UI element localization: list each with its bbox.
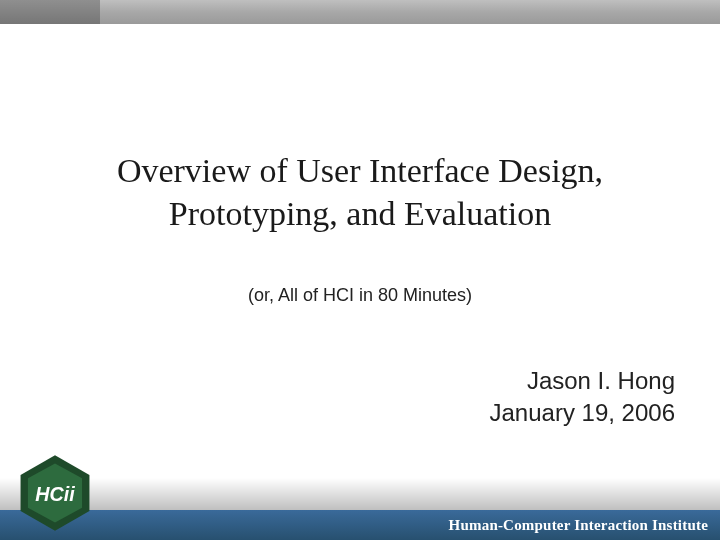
hcii-logo-icon: HCii [14,452,96,534]
top-bar [0,0,720,24]
title-line-2: Prototyping, and Evaluation [169,195,551,232]
footer: Human-Computer Interaction Institute HCi… [0,478,720,540]
slide-subtitle: (or, All of HCI in 80 Minutes) [0,285,720,306]
footer-gradient [0,478,720,510]
author-name: Jason I. Hong [490,365,675,397]
logo-text: HCii [35,483,75,505]
top-bar-accent-block [0,0,100,24]
presentation-date: January 19, 2006 [490,397,675,429]
footer-bar: Human-Computer Interaction Institute [0,510,720,540]
author-block: Jason I. Hong January 19, 2006 [490,365,675,430]
slide-title: Overview of User Interface Design, Proto… [0,150,720,235]
title-line-1: Overview of User Interface Design, [117,152,603,189]
footer-institute-text: Human-Computer Interaction Institute [449,517,708,534]
